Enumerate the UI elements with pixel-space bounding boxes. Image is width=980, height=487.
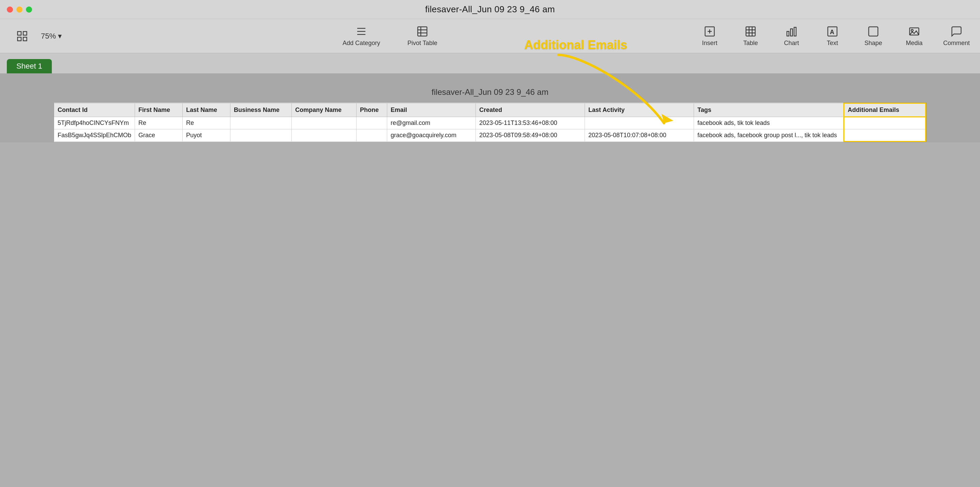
cell-last-activity-1[interactable] (585, 117, 694, 129)
svg-rect-1 (23, 31, 27, 35)
table-label: Table (743, 40, 758, 47)
sheet-tabs: Sheet 1 (0, 53, 980, 74)
cell-created-2[interactable]: 2023-05-08T09:58:49+08:00 (476, 129, 585, 142)
zoom-button[interactable]: 75% ▾ (41, 32, 62, 41)
col-header-email[interactable]: Email (387, 104, 476, 117)
cell-phone-2[interactable] (356, 129, 387, 142)
toolbar-media[interactable]: Media (902, 25, 926, 47)
cell-company-name-1[interactable] (292, 117, 356, 129)
spreadsheet-title: filesaver-All_Jun 09 23 9_46 am (431, 87, 549, 97)
cell-additional-emails-2[interactable] (844, 129, 926, 142)
cell-business-name-2[interactable] (231, 129, 292, 142)
sheet-tab-1[interactable]: Sheet 1 (7, 59, 52, 73)
pivot-icon (416, 25, 428, 38)
table-row: FasB5gwJq4SSlpEhCMOb Grace Puyot grace@g… (54, 129, 926, 142)
toolbar-comment[interactable]: Comment (943, 25, 970, 47)
maximize-button[interactable] (26, 6, 32, 13)
pivot-table-label: Pivot Table (407, 40, 438, 47)
insert-label: Insert (702, 40, 717, 47)
col-header-last-activity[interactable]: Last Activity (585, 104, 694, 117)
table-wrapper: Contact Id First Name Last Name Business… (54, 102, 926, 142)
toolbar-center: Add Category Pivot Table (82, 25, 698, 47)
comment-icon (950, 25, 963, 38)
svg-rect-7 (418, 27, 427, 36)
col-header-tags[interactable]: Tags (694, 104, 844, 117)
cell-created-1[interactable]: 2023-05-11T13:53:46+08:00 (476, 117, 585, 129)
svg-rect-3 (23, 37, 27, 41)
title-bar: filesaver-All_Jun 09 23 9_46 am (0, 0, 980, 19)
chart-icon (785, 25, 798, 38)
view-icon (16, 30, 28, 42)
col-header-company-name[interactable]: Company Name (292, 104, 356, 117)
toolbar-text[interactable]: A Text (821, 25, 844, 47)
svg-rect-2 (18, 37, 21, 41)
toolbar-insert[interactable]: Insert (698, 25, 722, 47)
svg-rect-20 (791, 29, 792, 36)
cell-tags-2[interactable]: facebook ads, facebook group post l..., … (694, 129, 844, 142)
spreadsheet-area: filesaver-All_Jun 09 23 9_46 am Contact … (0, 74, 980, 142)
list-icon (355, 25, 368, 38)
toolbar-table[interactable]: Table (739, 25, 762, 47)
cell-additional-emails-1[interactable] (844, 117, 926, 129)
col-header-phone[interactable]: Phone (356, 104, 387, 117)
sheet-tab-label: Sheet 1 (16, 62, 42, 70)
add-category-label: Add Category (342, 40, 380, 47)
table-icon (745, 25, 757, 38)
shape-icon (867, 25, 880, 38)
cell-email-1[interactable]: re@gmail.com (387, 117, 476, 129)
cell-last-name-1[interactable]: Re (183, 117, 231, 129)
media-icon (908, 25, 920, 38)
window-controls (7, 6, 32, 13)
col-header-last-name[interactable]: Last Name (183, 104, 231, 117)
zoom-chevron: ▾ (58, 32, 62, 41)
cell-first-name-1[interactable]: Re (135, 117, 183, 129)
svg-rect-21 (794, 27, 796, 36)
svg-rect-14 (746, 27, 755, 36)
cell-contact-id-2[interactable]: FasB5gwJq4SSlpEhCMOb (54, 129, 135, 142)
svg-rect-19 (787, 31, 789, 36)
chart-label: Chart (784, 40, 799, 47)
insert-icon (703, 25, 716, 38)
svg-point-26 (911, 29, 913, 31)
close-button[interactable] (7, 6, 13, 13)
col-header-additional-emails[interactable]: Additional Emails (844, 104, 926, 117)
toolbar: 75% ▾ Add Category Pivot Table Insert (0, 19, 980, 53)
zoom-value: 75% (41, 32, 56, 41)
toolbar-shape[interactable]: Shape (861, 25, 885, 47)
cell-last-activity-2[interactable]: 2023-05-08T10:07:08+08:00 (585, 129, 694, 142)
cell-business-name-1[interactable] (231, 117, 292, 129)
minimize-button[interactable] (16, 6, 22, 13)
toolbar-right: Insert Table Chart A Text Shape (698, 25, 970, 47)
svg-text:A: A (830, 29, 834, 35)
cell-last-name-2[interactable]: Puyot (183, 129, 231, 142)
cell-tags-1[interactable]: facebook ads, tik tok leads (694, 117, 844, 129)
data-table: Contact Id First Name Last Name Business… (54, 103, 926, 142)
toolbar-add-category[interactable]: Add Category (342, 25, 380, 47)
toolbar-pivot-table[interactable]: Pivot Table (407, 25, 438, 47)
shape-label: Shape (864, 40, 882, 47)
toolbar-view[interactable] (10, 30, 34, 42)
toolbar-chart[interactable]: Chart (780, 25, 803, 47)
cell-contact-id-1[interactable]: 5TjRdfp4hoCINCYsFNYm (54, 117, 135, 129)
svg-rect-0 (18, 31, 21, 35)
cell-email-2[interactable]: grace@goacquirely.com (387, 129, 476, 142)
cell-phone-1[interactable] (356, 117, 387, 129)
col-header-created[interactable]: Created (476, 104, 585, 117)
table-row: 5TjRdfp4hoCINCYsFNYm Re Re re@gmail.com … (54, 117, 926, 129)
toolbar-left: 75% ▾ (10, 30, 62, 42)
cell-first-name-2[interactable]: Grace (135, 129, 183, 142)
media-label: Media (906, 40, 923, 47)
comment-label: Comment (943, 40, 970, 47)
window-title: filesaver-All_Jun 09 23 9_46 am (425, 4, 555, 15)
cell-company-name-2[interactable] (292, 129, 356, 142)
svg-rect-24 (869, 27, 878, 36)
text-label: Text (827, 40, 838, 47)
col-header-first-name[interactable]: First Name (135, 104, 183, 117)
col-header-contact-id[interactable]: Contact Id (54, 104, 135, 117)
col-header-business-name[interactable]: Business Name (231, 104, 292, 117)
text-icon: A (826, 25, 838, 38)
